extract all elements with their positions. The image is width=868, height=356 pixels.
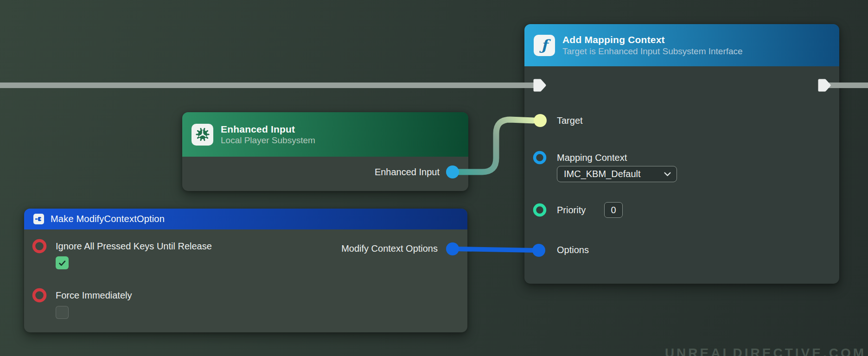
node-add-mapping-context[interactable]: ƒ Add Mapping Context Target is Enhanced… [524, 24, 839, 284]
function-icon: ƒ [534, 35, 555, 56]
chevron-down-icon [664, 172, 671, 177]
checkbox-ignore-all-pressed-keys[interactable] [56, 256, 69, 269]
node-header-add-mapping-context[interactable]: ƒ Add Mapping Context Target is Enhanced… [524, 24, 839, 66]
pin-enhanced-input-output[interactable] [446, 165, 459, 178]
pin-label-mapping-context: Mapping Context [557, 152, 627, 163]
pin-label-ignore-all-pressed-keys: Ignore All Pressed Keys Until Release [56, 241, 212, 252]
pin-label-force-immediately: Force Immediately [56, 290, 132, 301]
node-title: Enhanced Input [221, 123, 315, 135]
pin-modify-context-options-output[interactable] [446, 242, 459, 255]
pin-label-enhanced-input-output: Enhanced Input [375, 166, 440, 178]
exec-wire-in [0, 83, 538, 88]
node-enhanced-input-subsystem[interactable]: Enhanced Input Local Player Subsystem En… [182, 112, 468, 191]
wire-modify-context-options-to-options [456, 249, 534, 250]
gear-icon [191, 124, 213, 146]
node-subtitle: Local Player Subsystem [221, 135, 315, 146]
node-title: Make ModifyContextOption [51, 213, 165, 224]
pin-label-priority: Priority [557, 204, 586, 216]
pin-label-options: Options [557, 244, 589, 255]
pin-label-modify-context-options: Modify Context Options [341, 243, 438, 254]
node-header-make-modify-context-option[interactable]: Make ModifyContextOption [24, 209, 467, 229]
watermark: UNREALDIRECTIVE.COM [665, 346, 866, 356]
node-make-modify-context-option[interactable]: Make ModifyContextOption Ignore All Pres… [24, 209, 467, 332]
pin-target[interactable] [534, 114, 547, 127]
check-icon [57, 258, 67, 268]
node-header-enhanced-input[interactable]: Enhanced Input Local Player Subsystem [182, 112, 468, 157]
pin-options[interactable] [532, 244, 545, 257]
priority-input[interactable]: 0 [604, 202, 623, 218]
mapping-context-dropdown[interactable]: IMC_KBM_Default [557, 166, 677, 182]
blueprint-graph-canvas[interactable]: Enhanced Input Local Player Subsystem En… [0, 0, 868, 356]
pin-label-target: Target [557, 115, 583, 126]
struct-icon [33, 214, 44, 224]
checkbox-force-immediately[interactable] [56, 306, 69, 319]
node-subtitle: Target is Enhanced Input Subsystem Inter… [562, 46, 743, 57]
node-title: Add Mapping Context [562, 34, 743, 46]
mapping-context-dropdown-value: IMC_KBM_Default [564, 169, 641, 179]
priority-value: 0 [611, 205, 616, 216]
